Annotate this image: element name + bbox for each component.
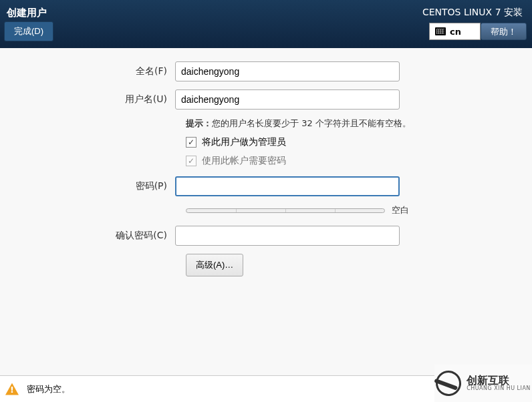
- username-hint: 提示：您的用户名长度要少于 32 个字符并且不能有空格。: [186, 118, 532, 130]
- hint-prefix: 提示：: [186, 118, 212, 128]
- hint-text: 您的用户名长度要少于 32 个字符并且不能有空格。: [212, 118, 411, 128]
- keyboard-layout-label: cn: [450, 27, 461, 37]
- username-input[interactable]: [175, 89, 400, 110]
- username-label: 用户名(U): [0, 93, 175, 106]
- advanced-button[interactable]: 高级(A)…: [186, 254, 243, 276]
- admin-checkbox[interactable]: [186, 137, 196, 148]
- fullname-input[interactable]: [175, 61, 400, 81]
- warning-icon: [5, 383, 19, 395]
- watermark-logo-icon: [434, 369, 463, 398]
- fullname-label: 全名(F): [0, 65, 175, 77]
- password-label: 密码(P): [0, 180, 175, 192]
- admin-checkbox-label: 将此用户做为管理员: [202, 136, 286, 148]
- keyboard-layout-indicator[interactable]: cn: [429, 23, 481, 40]
- password-strength-meter: [186, 208, 385, 213]
- help-button[interactable]: 帮助！: [481, 23, 527, 40]
- watermark-en-text: CHUANG XIN HU LIAN: [467, 386, 531, 392]
- require-password-checkbox[interactable]: [186, 156, 196, 166]
- product-label: CENTOS LINUX 7 安装: [422, 7, 523, 19]
- status-message: 密码为空。: [27, 383, 70, 395]
- watermark-cn-text: 创新互联: [467, 375, 531, 387]
- watermark: 创新互联 CHUANG XIN HU LIAN: [434, 365, 532, 402]
- confirm-password-input[interactable]: [175, 226, 400, 246]
- require-password-checkbox-label: 使用此帐户需要密码: [202, 155, 286, 167]
- confirm-password-label: 确认密码(C): [0, 230, 175, 242]
- password-strength-label: 空白: [392, 204, 409, 216]
- keyboard-icon: [435, 27, 446, 35]
- done-button[interactable]: 完成(D): [4, 21, 53, 41]
- password-input[interactable]: [175, 176, 400, 196]
